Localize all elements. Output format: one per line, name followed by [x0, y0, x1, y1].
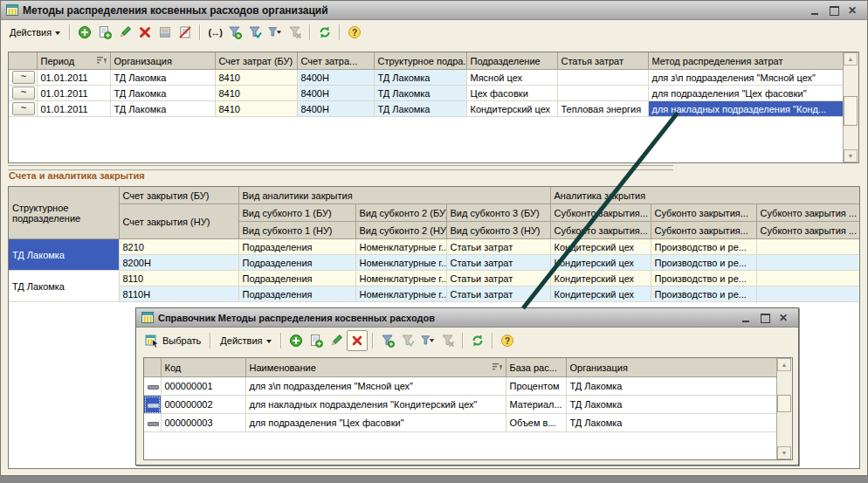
- header-closing-1[interactable]: Субконто закрытия...: [550, 204, 651, 222]
- header-kind-group[interactable]: Вид аналитики закрытия: [238, 187, 550, 204]
- column-header-struct[interactable]: Структурное подра...: [374, 52, 466, 70]
- popup-edit-button[interactable]: [327, 331, 346, 350]
- column-header-org[interactable]: Организация: [110, 52, 215, 70]
- filter-history-button[interactable]: [265, 23, 285, 42]
- header-kind-bu-3[interactable]: Вид субконто 3 (БУ): [446, 204, 550, 222]
- popup-add-copy-button[interactable]: [307, 331, 326, 350]
- popup-filter-clear-button-disabled[interactable]: [438, 331, 458, 350]
- scroll-down-arrow[interactable]: ▼: [844, 149, 858, 162]
- delete-button[interactable]: [135, 23, 155, 42]
- close-button[interactable]: [848, 5, 859, 16]
- add-button[interactable]: [75, 23, 94, 42]
- header-closing-nu-3[interactable]: Субконто закрытия ...: [756, 222, 859, 239]
- history-icon[interactable]: ~: [12, 102, 35, 115]
- popup-add-button[interactable]: [286, 331, 306, 350]
- column-header-code[interactable]: Код: [161, 358, 245, 377]
- column-header-org[interactable]: Организация: [566, 358, 777, 377]
- popup-vertical-scrollbar[interactable]: ▲ ▼: [776, 358, 792, 459]
- maximize-button[interactable]: [829, 5, 840, 16]
- edit-button[interactable]: [115, 23, 134, 42]
- minimize-button[interactable]: [809, 5, 821, 16]
- header-closing-3[interactable]: Субконто закрытия ...: [756, 204, 859, 222]
- history-icon[interactable]: ~: [12, 71, 35, 84]
- header-closing-nu-2[interactable]: Субконто закрытия...: [651, 222, 756, 239]
- popup-filter-value-button-disabled[interactable]: [398, 331, 417, 350]
- modify-button[interactable]: [176, 23, 195, 42]
- header-account-nu[interactable]: Счет закрытия (НУ): [119, 204, 238, 239]
- set-interval-button[interactable]: (↔): [205, 23, 224, 42]
- scroll-thumb[interactable]: [777, 395, 791, 412]
- header-kind-nu-2[interactable]: Вид субконто 2 (НУ): [355, 222, 446, 239]
- refresh-button[interactable]: [315, 23, 334, 42]
- toolbar-separator: [372, 333, 374, 348]
- methods-grid-container: Период Организация Счет затрат (БУ) Счет…: [8, 52, 859, 163]
- header-kind-bu-1[interactable]: Вид субконто 1 (БУ): [238, 204, 355, 222]
- closing-table: Структурное подразделение Счет закрытия …: [9, 187, 860, 302]
- column-header-account-bu[interactable]: Счет затрат (БУ): [215, 52, 297, 70]
- popup-actions-menu-button[interactable]: Действия: [216, 333, 275, 348]
- popup-minimize-button[interactable]: [741, 313, 752, 323]
- scroll-up-arrow[interactable]: ▲: [844, 52, 858, 66]
- list-item: 000000001 для з\п подразделения "Мясной …: [144, 377, 777, 396]
- item-marker-icon: [148, 404, 159, 408]
- closing-header-row-1: Структурное подразделение Счет закрытия …: [9, 187, 859, 204]
- popup-delete-button[interactable]: [347, 330, 368, 351]
- header-analytics-group[interactable]: Аналитика закрытия: [550, 187, 859, 204]
- popup-filter-set-button[interactable]: [378, 331, 397, 350]
- header-kind-nu-1[interactable]: Вид субконто 1 (НУ): [238, 222, 355, 239]
- help-button[interactable]: ?: [345, 23, 364, 42]
- table-row: ~ 01.01.2011 ТД Лакомка 8410 8400Н ТД Ла…: [9, 86, 844, 101]
- struct-cell[interactable]: ТД Лакомка: [9, 271, 119, 302]
- header-account-bu[interactable]: Счет закрытия (БУ): [119, 187, 238, 204]
- main-toolbar: Действия (↔) ?: [1, 20, 867, 45]
- popup-maximize-button[interactable]: [760, 313, 771, 323]
- selected-cell[interactable]: для накладных подразделения "Конд...: [648, 101, 844, 117]
- column-header-base[interactable]: База рас...: [506, 358, 566, 377]
- popup-toolbar: Выбрать Действия ?: [136, 328, 798, 354]
- select-button[interactable]: Выбрать: [141, 331, 205, 350]
- selected-struct-cell[interactable]: ТД Лакомка: [9, 239, 119, 271]
- header-kind-nu-3[interactable]: Вид субконто 3 (НУ): [446, 222, 550, 239]
- filter-clear-button-disabled[interactable]: [286, 23, 305, 42]
- column-header-name[interactable]: Наименование: [245, 358, 506, 377]
- popup-refresh-button[interactable]: [468, 331, 487, 350]
- svg-text:?: ?: [504, 336, 509, 346]
- selected-marker-cell[interactable]: [144, 396, 161, 414]
- header-closing-2[interactable]: Субконто закрытия...: [651, 204, 756, 222]
- column-header-account-nu[interactable]: Счет затра...: [297, 52, 374, 70]
- popup-help-button[interactable]: ?: [498, 331, 517, 350]
- popup-title: Справочник Методы распределения косвенны…: [158, 313, 736, 323]
- header-closing-nu-1[interactable]: Субконто закрытия...: [550, 222, 651, 239]
- toolbar-separator: [309, 24, 311, 40]
- popup-filter-history-button[interactable]: [418, 331, 437, 350]
- header-kind-bu-2[interactable]: Вид субконто 2 (БУ): [355, 204, 446, 222]
- add-copy-button[interactable]: [95, 23, 114, 42]
- column-header-division[interactable]: Подразделение: [466, 52, 557, 70]
- popup-close-button[interactable]: [779, 313, 790, 323]
- table-row: 8110Н Подразделения Номенклатурные г... …: [9, 286, 859, 302]
- journal-button-disabled[interactable]: [155, 23, 175, 42]
- scroll-thumb[interactable]: [844, 96, 858, 126]
- actions-menu-button[interactable]: Действия: [5, 24, 65, 40]
- history-icon[interactable]: ~: [12, 86, 35, 100]
- column-header-period[interactable]: Период: [37, 52, 110, 70]
- column-header-method[interactable]: Метод распределения затрат: [648, 52, 844, 70]
- main-titlebar: Методы распределения косвенных расходов …: [1, 1, 867, 20]
- toolbar-separator: [462, 333, 464, 348]
- scroll-up-arrow[interactable]: ▲: [777, 358, 791, 371]
- filter-set-button[interactable]: [225, 23, 245, 42]
- toolbar-separator: [199, 24, 201, 40]
- toolbar-separator: [69, 24, 71, 40]
- page-title: Методы распределения косвенных расходов …: [23, 4, 805, 17]
- scroll-down-arrow[interactable]: ▼: [777, 446, 791, 459]
- column-header-cost-item[interactable]: Статья затрат: [557, 52, 648, 70]
- column-header-icon[interactable]: [9, 52, 37, 70]
- vertical-scrollbar[interactable]: ▲ ▼: [843, 52, 858, 162]
- table-row: ~ 01.01.2011 ТД Лакомка 8410 8400Н ТД Ла…: [9, 70, 844, 86]
- filter-value-button[interactable]: [245, 23, 265, 42]
- toolbar-separator: [280, 333, 282, 348]
- column-header-marker[interactable]: [144, 358, 161, 377]
- header-struct[interactable]: Структурное подразделение: [9, 187, 119, 239]
- item-marker-icon: [148, 385, 159, 390]
- table-row: ТД Лакомка 8110 Подразделения Номенклату…: [9, 271, 859, 286]
